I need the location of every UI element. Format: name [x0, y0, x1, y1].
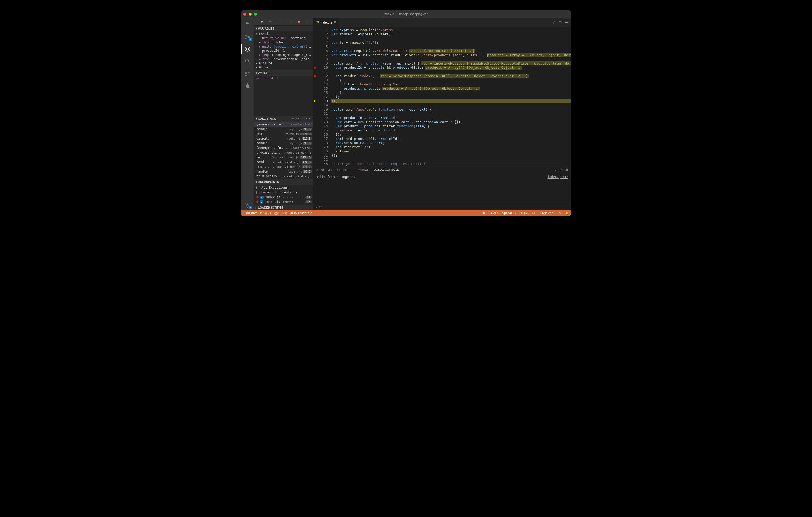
- encoding[interactable]: UTF-8: [520, 211, 529, 215]
- language-mode[interactable]: JavaScript: [540, 211, 554, 215]
- step-over-button[interactable]: ↷: [266, 19, 272, 25]
- step-out-button[interactable]: ↑: [281, 19, 287, 25]
- scope-closure[interactable]: ▸Closure: [254, 61, 313, 65]
- variable-row[interactable]: ▸this: global: [254, 40, 313, 44]
- notifications-icon[interactable]: 🔔: [565, 211, 569, 215]
- panel-tab-output[interactable]: Output: [337, 169, 349, 172]
- cursor-position[interactable]: Ln 18, Col 1: [482, 211, 499, 215]
- explorer-icon[interactable]: [241, 20, 254, 30]
- filter-icon[interactable]: ☰: [549, 168, 551, 172]
- stack-frame[interactable]: (anonymous function).../routes/ind…: [254, 122, 313, 127]
- settings-gear-icon[interactable]: 1: [241, 200, 254, 210]
- feedback-icon[interactable]: ☺: [558, 211, 561, 215]
- svg-point-4: [246, 48, 249, 50]
- continue-button[interactable]: ▶: [259, 19, 265, 25]
- stack-frame[interactable]: handlelayer.js95:5: [254, 127, 313, 131]
- git-branch[interactable]: ᚴ master*: [243, 211, 257, 215]
- checkbox[interactable]: [256, 186, 260, 189]
- more-actions-icon[interactable]: ⋯: [565, 20, 568, 24]
- azure-icon[interactable]: [241, 80, 254, 90]
- checkbox[interactable]: ✓: [260, 200, 263, 204]
- zoom-window[interactable]: [254, 12, 257, 16]
- watch-header[interactable]: ▾Watch: [254, 70, 313, 76]
- stack-frame[interactable]: next.../router/index.js275:10: [254, 155, 313, 160]
- git-sync[interactable]: ⟳ 0↓ 2↑: [260, 211, 271, 215]
- variable-row[interactable]: ▸next: function next(err) { … }: [254, 44, 313, 49]
- code-editor[interactable]: 1234567891011121314151617181920212223242…: [313, 27, 571, 166]
- panel-tab-problems[interactable]: Problems: [316, 169, 332, 172]
- restart-button[interactable]: ↺: [288, 19, 295, 25]
- stack-frame[interactable]: (anonymous function).../router/ind…: [254, 146, 313, 150]
- debug-console-input[interactable]: › 44: [313, 204, 571, 210]
- variable-row[interactable]: ▸res: ServerResponse {domain: null…: [254, 57, 313, 61]
- close-tab-icon[interactable]: ✕: [334, 20, 337, 24]
- callstack-list: (anonymous function).../routes/ind…handl…: [254, 122, 313, 179]
- variables-list: ▾LocalReturn value: undefined▸this: glob…: [254, 31, 313, 70]
- stack-frame[interactable]: handlelayer.js95:5: [254, 169, 313, 174]
- svg-point-2: [248, 37, 250, 38]
- breakpoint-row[interactable]: ✓index.jsroutes12: [254, 200, 313, 204]
- debug-sidebar: ⋮ ▶ ↷ ↓ ↑ ↺ ◼ ⋯ ▾Variables ▾LocalReturn …: [254, 18, 313, 210]
- extensions-icon[interactable]: [241, 68, 254, 79]
- collapse-icon[interactable]: ︿: [554, 168, 557, 172]
- breakpoint-row[interactable]: All Exceptions: [254, 185, 313, 190]
- titlebar: index.js — nodejs-shopping-cart: [241, 10, 571, 18]
- editor-actions: ⇄ ◫ ⋯: [550, 18, 571, 27]
- window-controls: [243, 12, 257, 16]
- indentation[interactable]: Spaces: 2: [502, 211, 516, 215]
- stack-frame[interactable]: handle.../router/index.js174:3: [254, 160, 313, 164]
- drag-handle-icon[interactable]: ⋮: [256, 20, 258, 23]
- close-window[interactable]: [243, 12, 246, 16]
- variable-row[interactable]: ▸req: IncomingMessage {_readableSt…: [254, 53, 313, 57]
- checkbox[interactable]: [256, 191, 260, 194]
- debug-toolbar: ⋮ ▶ ↷ ↓ ↑ ↺ ◼ ⋯: [254, 18, 313, 26]
- split-editor-icon[interactable]: ◫: [558, 20, 562, 24]
- stack-frame[interactable]: handlelayer.js95:5: [254, 141, 313, 146]
- debug-console-output: Hallo from a Logpoint index.js:12: [313, 174, 571, 204]
- loaded-scripts-header[interactable]: ▸Loaded Scripts: [254, 205, 313, 210]
- window-title: index.js — nodejs-shopping-cart: [241, 12, 571, 16]
- breakpoint-row[interactable]: Uncaught Exceptions: [254, 190, 313, 195]
- close-panel-icon[interactable]: ✕: [566, 168, 568, 172]
- variable-row[interactable]: Return value: undefined: [254, 36, 313, 40]
- search-icon[interactable]: [241, 56, 254, 66]
- auto-attach[interactable]: Auto Attach: On: [290, 211, 312, 215]
- step-into-button[interactable]: ↓: [273, 19, 280, 25]
- watch-list: productId: 1: [254, 76, 313, 81]
- scope-global[interactable]: ▸Global: [254, 65, 313, 69]
- scope-local[interactable]: ▾Local: [254, 32, 313, 36]
- stop-button[interactable]: ◼: [296, 19, 302, 25]
- breakpoint-row[interactable]: ✓index.jsroutes10: [254, 195, 313, 200]
- errors-count[interactable]: ⓧ 0 ⚠ 0: [274, 211, 287, 216]
- more-button[interactable]: ⋯: [303, 19, 309, 25]
- activity-bar: 4 1: [241, 18, 254, 210]
- checkbox[interactable]: ✓: [260, 195, 264, 199]
- svg-point-0: [245, 35, 247, 36]
- stack-frame[interactable]: router.../router/index.js47:12: [254, 164, 313, 169]
- stack-frame[interactable]: nextroute.js137:13: [254, 131, 313, 136]
- maximize-panel-icon[interactable]: ◻: [560, 168, 563, 172]
- stack-frame[interactable]: trim_prefix.../router/index.js: [254, 174, 313, 179]
- minimize-window[interactable]: [249, 12, 252, 16]
- stack-frame[interactable]: dispatchroute.js112:3: [254, 136, 313, 141]
- debug-icon[interactable]: [241, 44, 254, 54]
- prompt-icon: ›: [315, 206, 317, 209]
- stack-frame[interactable]: process_params.../router/index.js: [254, 150, 313, 155]
- compare-icon[interactable]: ⇄: [552, 20, 555, 24]
- eol[interactable]: LF: [532, 211, 536, 215]
- variables-header[interactable]: ▾Variables: [254, 26, 313, 31]
- watch-row[interactable]: productId: 1: [254, 76, 313, 81]
- log-source[interactable]: index.js:12: [548, 175, 568, 203]
- log-message: Hallo from a Logpoint: [316, 175, 548, 203]
- status-bar: ᚴ master* ⟳ 0↓ 2↑ ⓧ 0 ⚠ 0 Auto Attach: O…: [241, 210, 571, 216]
- scm-icon[interactable]: 4: [241, 32, 254, 42]
- tab-index-js[interactable]: JS index.js ✕: [313, 18, 339, 27]
- panel-tab-debug-console[interactable]: Debug Console: [374, 168, 399, 172]
- callstack-header[interactable]: ▾Call StackPaused on step: [254, 116, 313, 122]
- breakpoints-header[interactable]: ▾Breakpoints: [254, 179, 313, 185]
- panel-tab-terminal[interactable]: Terminal: [354, 169, 369, 172]
- svg-point-9: [247, 204, 248, 206]
- tab-bar: JS index.js ✕ ⇄ ◫ ⋯: [313, 18, 571, 27]
- editor-group: JS index.js ✕ ⇄ ◫ ⋯ 12345678910111213141…: [313, 18, 571, 210]
- variable-row[interactable]: productId: 1: [254, 49, 313, 53]
